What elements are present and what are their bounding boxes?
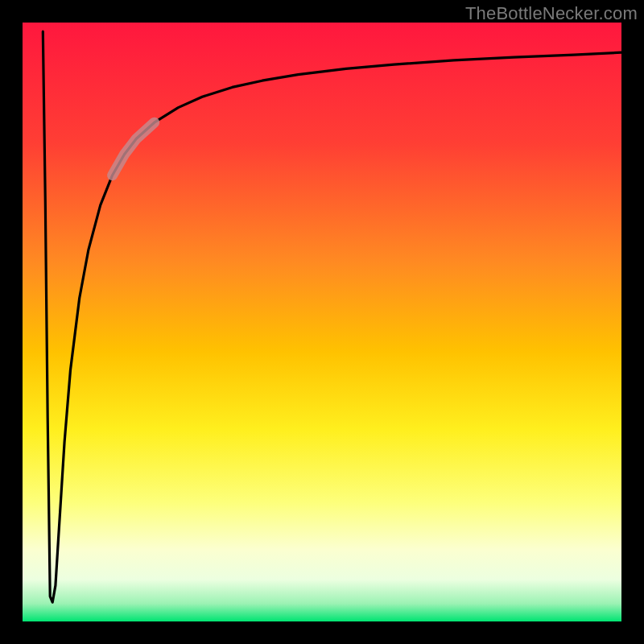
chart-container: TheBottleNecker.com <box>0 0 644 644</box>
chart-svg <box>0 0 644 644</box>
watermark-label: TheBottleNecker.com <box>465 3 638 24</box>
plot-background <box>23 23 621 621</box>
